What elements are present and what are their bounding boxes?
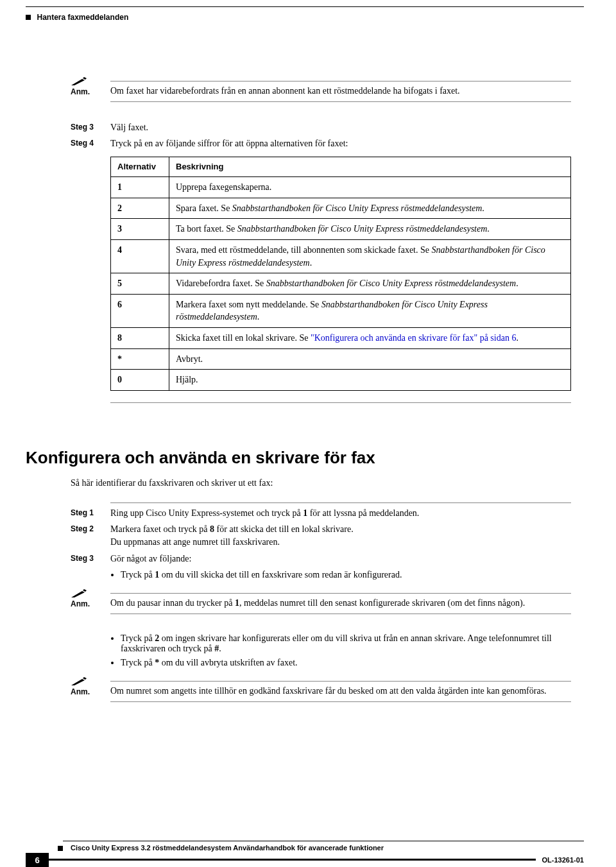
pencil-icon: [71, 77, 87, 86]
document-page: Hantera faxmeddelanden Anm. Om faxet har…: [0, 0, 616, 867]
page-content: Anm. Om faxet har vidarebefordrats från …: [71, 77, 571, 706]
note-text: Om faxet har vidarebefordrats från en an…: [110, 85, 571, 98]
list-item: Tryck på 2 om ingen skrivare har konfigu…: [121, 633, 571, 654]
step-row: Steg 3 Välj faxet.: [71, 121, 571, 134]
step-row: Steg 2 Markera faxet och tryck på 8 för …: [71, 523, 571, 548]
note-label: Anm.: [71, 87, 101, 96]
bullet-square-icon: [58, 846, 63, 851]
note-block: Anm. Om du pausar innan du trycker på 1,…: [71, 589, 571, 618]
page-footer: Cisco Unity Express 3.2 röstmeddelandesy…: [0, 846, 616, 867]
bullet-square-icon: [26, 15, 31, 20]
page-number: 6: [26, 853, 49, 867]
step-text-span: Tryck på en av följande siffror för att …: [110, 139, 348, 148]
list-item: Tryck på * om du vill avbryta utskriften…: [121, 658, 571, 668]
step-text: Markera faxet och tryck på 8 för att ski…: [110, 523, 571, 548]
step-row: Steg 4 Tryck på en av följande siffror f…: [71, 137, 571, 390]
table-row: 8Skicka faxet till en lokal skrivare. Se…: [111, 328, 571, 349]
note-label: Anm.: [71, 687, 101, 696]
note-marker: Anm.: [71, 77, 101, 96]
document-id: OL-13261-01: [536, 853, 584, 867]
pencil-icon: [71, 677, 87, 686]
section: Konfigurera och använda en skrivare för …: [26, 448, 571, 706]
step-label: Steg 2: [71, 523, 99, 548]
running-header: Hantera faxmeddelanden: [26, 12, 128, 22]
cross-reference-link[interactable]: "Konfigurera och använda en skrivare för…: [311, 333, 516, 343]
pencil-icon: [71, 589, 87, 598]
table-header: Alternativ: [111, 157, 169, 177]
table-row: 2Spara faxet. Se Snabbstarthandboken för…: [111, 198, 571, 219]
note-block: Anm. Om faxet har vidarebefordrats från …: [71, 77, 571, 106]
table-row: 4Svara, med ett röstmeddelande, till abo…: [111, 240, 571, 273]
step-text: Ring upp Cisco Unity Express-systemet oc…: [110, 507, 571, 520]
footer-doc-title: Cisco Unity Express 3.2 röstmeddelandesy…: [71, 841, 584, 852]
table-row: 1Upprepa faxegenskaperna.: [111, 177, 571, 198]
step-text: Gör något av följande: Tryck på 1 om du …: [110, 553, 571, 585]
step-row: Steg 3 Gör något av följande: Tryck på 1…: [71, 553, 571, 585]
note-text: Om numret som angetts inte tillhör en go…: [110, 685, 571, 698]
note-label: Anm.: [71, 599, 101, 608]
note-marker: Anm.: [71, 589, 101, 608]
step-label: Steg 1: [71, 507, 99, 520]
table-row: 5Vidarebefordra faxet. Se Snabbstarthand…: [111, 273, 571, 295]
note-marker: Anm.: [71, 677, 101, 696]
note-block: Anm. Om numret som angetts inte tillhör …: [71, 677, 571, 706]
table-header: Beskrivning: [169, 157, 571, 177]
header-rule: [26, 6, 584, 7]
step-label: Steg 3: [71, 553, 99, 585]
step-label: Steg 4: [71, 137, 99, 390]
step-text: Tryck på en av följande siffror för att …: [110, 137, 571, 390]
step-text: Välj faxet.: [110, 121, 571, 134]
header-title: Hantera faxmeddelanden: [37, 13, 129, 22]
table-row: 0Hjälp.: [111, 370, 571, 391]
section-intro: Så här identifierar du faxskrivaren och …: [71, 478, 571, 488]
options-table: Alternativ Beskrivning 1Upprepa faxegens…: [110, 157, 571, 391]
note-text: Om du pausar innan du trycker på 1, medd…: [110, 597, 571, 610]
table-row: 6Markera faxet som nytt meddelande. Se S…: [111, 294, 571, 327]
section-title: Konfigurera och använda en skrivare för …: [26, 448, 571, 468]
list-item: Tryck på 1 om du vill skicka det till en…: [121, 569, 571, 581]
table-row: *Avbryt.: [111, 348, 571, 370]
table-row: 3Ta bort faxet. Se Snabbstarthandboken f…: [111, 219, 571, 240]
step-label: Steg 3: [71, 121, 99, 134]
step-row: Steg 1 Ring upp Cisco Unity Express-syst…: [71, 507, 571, 520]
